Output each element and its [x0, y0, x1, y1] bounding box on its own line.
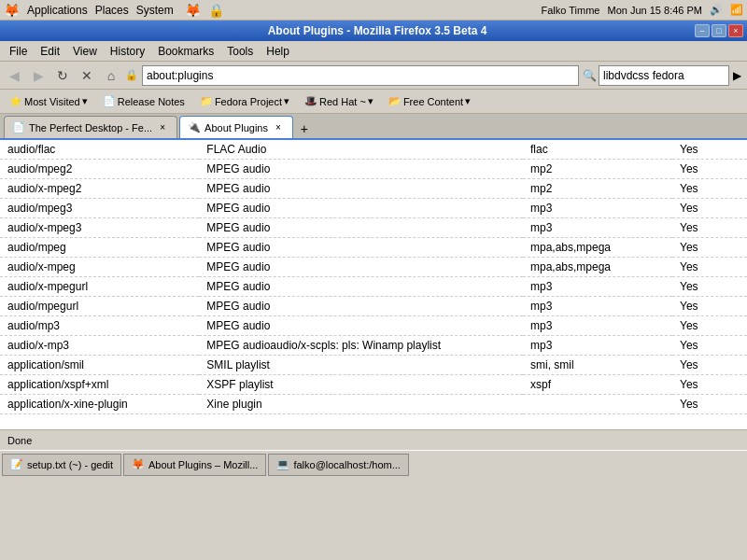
- system-menu[interactable]: System: [136, 4, 174, 17]
- username: Falko Timme: [542, 5, 600, 16]
- description-cell: XSPF playlist: [199, 375, 523, 395]
- table-row: audio/x-mpeg MPEG audio mpa,abs,mpega Ye…: [0, 258, 747, 277]
- menu-bookmarks[interactable]: Bookmarks: [152, 43, 219, 60]
- description-cell: MPEG audio: [199, 297, 523, 316]
- apps-menu[interactable]: Applications: [27, 4, 88, 17]
- menu-view[interactable]: View: [67, 43, 103, 60]
- suffix-cell: mp3: [523, 199, 672, 218]
- menu-tools[interactable]: Tools: [221, 43, 259, 60]
- description-cell: MPEG audioaudio/x-scpls: pls: Winamp pla…: [199, 336, 523, 356]
- mime-type-cell: application/smil: [0, 356, 199, 375]
- suffix-cell: [523, 395, 672, 414]
- mime-type-cell: audio/x-mpeg3: [0, 218, 199, 238]
- taskbar-terminal[interactable]: 💻 falko@localhost:/hom...: [268, 454, 409, 476]
- suffix-cell: mpa,abs,mpega: [523, 258, 672, 277]
- tab-close-button[interactable]: ×: [156, 121, 169, 134]
- suffix-cell: xspf: [523, 375, 672, 395]
- gedit-icon: 📝: [10, 458, 23, 470]
- table-row: audio/mpegurl MPEG audio mp3 Yes: [0, 297, 747, 316]
- nav-bar: ◀ ▶ ↻ ✕ ⌂ 🔒 🔍 ▶: [0, 62, 747, 90]
- bookmark-release-notes[interactable]: 📄 Release Notes: [97, 93, 190, 109]
- menu-help[interactable]: Help: [261, 43, 295, 60]
- taskbar-gedit[interactable]: 📝 setup.txt (~) - gedit: [2, 454, 121, 476]
- maximize-button[interactable]: □: [712, 24, 726, 37]
- page-icon: 📄: [103, 95, 116, 107]
- terminal-icon: 💻: [276, 458, 289, 470]
- places-menu[interactable]: Places: [95, 4, 129, 17]
- bookmark-label: Red Hat ~: [319, 96, 366, 107]
- home-button[interactable]: ⌂: [101, 65, 121, 86]
- description-cell: Xine plugin: [199, 395, 523, 414]
- bookmark-label: Free Content: [403, 96, 463, 107]
- star-icon: ⭐: [9, 95, 22, 107]
- tab-favicon: 📄: [12, 121, 25, 133]
- bookmark-label: Most Visited: [24, 96, 80, 107]
- folder-icon: 📂: [388, 95, 402, 107]
- new-tab-button[interactable]: +: [295, 119, 314, 138]
- mime-type-cell: audio/flac: [0, 140, 199, 160]
- enabled-cell: Yes: [672, 375, 747, 395]
- close-button[interactable]: ×: [728, 24, 743, 37]
- title-bar: About Plugins - Mozilla Firefox 3.5 Beta…: [0, 21, 747, 41]
- enabled-cell: Yes: [672, 199, 747, 218]
- content-area: audio/flac FLAC Audio flac Yes audio/mpe…: [0, 140, 747, 429]
- suffix-cell: flac: [523, 140, 672, 160]
- mime-type-cell: audio/mpeg3: [0, 199, 199, 218]
- minimize-button[interactable]: –: [695, 24, 710, 37]
- reload-button[interactable]: ↻: [52, 65, 73, 86]
- redhat-icon: 🎩: [304, 95, 317, 107]
- firefox-taskbar-icon: 🦊: [132, 458, 145, 470]
- table-row: audio/mp3 MPEG audio mp3 Yes: [0, 316, 747, 336]
- forward-button[interactable]: ▶: [28, 65, 49, 86]
- stop-button[interactable]: ✕: [77, 65, 97, 86]
- description-cell: MPEG audio: [199, 179, 523, 199]
- system-bar: 🦊 Applications Places System 🦊 🔒 Falko T…: [0, 0, 747, 21]
- network-icon: 📶: [730, 4, 743, 16]
- tab-favicon: 🔌: [188, 121, 201, 133]
- suffix-cell: mp2: [523, 160, 672, 179]
- back-button[interactable]: ◀: [4, 65, 24, 86]
- tab-about-plugins[interactable]: 🔌 About Plugins ×: [179, 116, 293, 138]
- suffix-cell: mp3: [523, 277, 672, 297]
- enabled-cell: Yes: [672, 297, 747, 316]
- bookmark-most-visited[interactable]: ⭐ Most Visited ▾: [4, 93, 93, 109]
- table-row: audio/x-mpegurl MPEG audio mp3 Yes: [0, 277, 747, 297]
- search-engine-icon: 🔍: [583, 69, 597, 82]
- bookmark-fedora-project[interactable]: 📁 Fedora Project ▾: [194, 93, 295, 109]
- enabled-cell: Yes: [672, 238, 747, 258]
- table-row: application/x-xine-plugin Xine plugin Ye…: [0, 395, 747, 414]
- menu-file[interactable]: File: [4, 43, 33, 60]
- table-row: audio/x-mpeg3 MPEG audio mp3 Yes: [0, 218, 747, 238]
- taskbar-label: falko@localhost:/hom...: [293, 459, 401, 470]
- firefox-logo-icon: 🦊: [4, 3, 20, 18]
- table-row: application/xspf+xml XSPF playlist xspf …: [0, 375, 747, 395]
- tab-perfect-desktop[interactable]: 📄 The Perfect Desktop - Fe... ×: [4, 116, 177, 138]
- bookmark-red-hat[interactable]: 🎩 Red Hat ~ ▾: [299, 93, 379, 109]
- enabled-cell: Yes: [672, 140, 747, 160]
- search-go-icon[interactable]: ▶: [731, 67, 743, 84]
- enabled-cell: Yes: [672, 160, 747, 179]
- mime-type-cell: application/xspf+xml: [0, 375, 199, 395]
- taskbar-firefox[interactable]: 🦊 About Plugins – Mozill...: [123, 454, 266, 476]
- suffix-cell: mp2: [523, 179, 672, 199]
- mime-type-cell: audio/x-mpegurl: [0, 277, 199, 297]
- address-bar: 🔒: [125, 65, 579, 86]
- bookmark-free-content[interactable]: 📂 Free Content ▾: [383, 93, 476, 109]
- plugins-table: audio/flac FLAC Audio flac Yes audio/mpe…: [0, 140, 747, 414]
- address-input[interactable]: [142, 65, 579, 86]
- mime-type-cell: audio/mpeg2: [0, 160, 199, 179]
- enabled-cell: Yes: [672, 258, 747, 277]
- enabled-cell: Yes: [672, 277, 747, 297]
- enabled-cell: Yes: [672, 336, 747, 356]
- firefox-icon: 🦊: [185, 3, 201, 18]
- enabled-cell: Yes: [672, 356, 747, 375]
- table-row: audio/mpeg3 MPEG audio mp3 Yes: [0, 199, 747, 218]
- status-text: Done: [7, 435, 32, 446]
- menu-history[interactable]: History: [105, 43, 150, 60]
- table-row: audio/mpeg MPEG audio mpa,abs,mpega Yes: [0, 238, 747, 258]
- menu-edit[interactable]: Edit: [35, 43, 65, 60]
- description-cell: MPEG audio: [199, 277, 523, 297]
- table-row: audio/x-mp3 MPEG audioaudio/x-scpls: pls…: [0, 336, 747, 356]
- tab-close-button[interactable]: ×: [272, 121, 285, 134]
- search-input[interactable]: [599, 65, 729, 86]
